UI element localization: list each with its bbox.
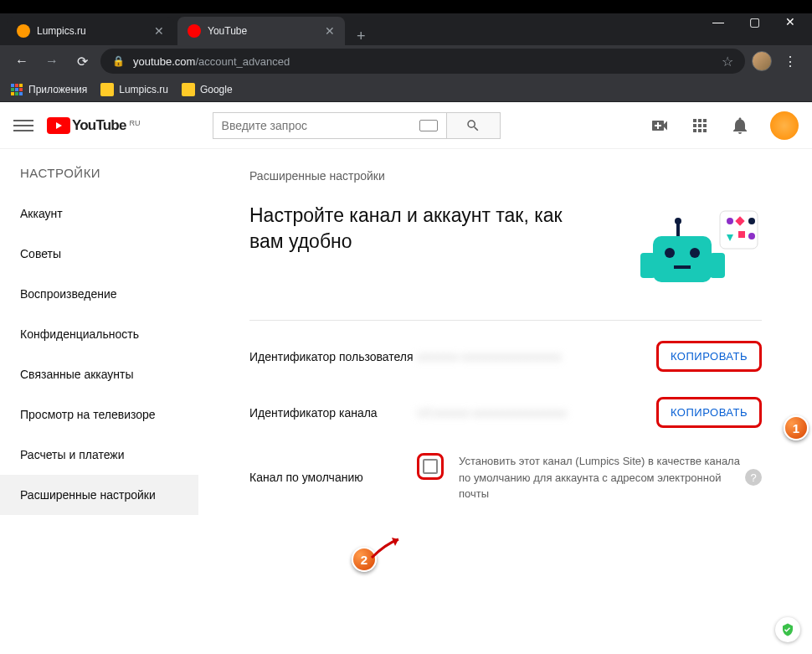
window-controls: — ▢ ✕ [712,15,795,28]
svg-point-21 [748,233,755,239]
sidebar-item-billing[interactable]: Расчеты и платежи [0,435,198,475]
play-icon [47,117,70,134]
default-channel-label: Канал по умолчанию [249,471,417,484]
region-label: RU [130,119,141,127]
svg-rect-0 [11,84,14,87]
tab-title: YouTube [208,25,247,37]
svg-rect-15 [720,211,758,249]
sidebar-item-advanced[interactable]: Расширенные настройки [0,475,198,515]
svg-rect-2 [19,84,23,87]
menu-button[interactable] [13,116,33,136]
favicon-icon [188,24,201,38]
svg-rect-13 [676,224,680,236]
svg-point-14 [675,218,681,224]
section-label: Расширенные настройки [249,169,762,183]
svg-rect-1 [15,84,18,87]
folder-icon [182,83,195,96]
browser-menu-button[interactable]: ⋮ [779,54,802,70]
sidebar-item-playback[interactable]: Воспроизведение [0,274,198,314]
search-icon [465,118,481,133]
new-tab-button[interactable]: + [348,28,374,45]
sidebar-item-tv[interactable]: Просмотр на телевизоре [0,394,198,435]
settings-sidebar: НАСТРОЙКИ Аккаунт Советы Воспроизведение… [0,149,199,654]
svg-rect-4 [15,88,18,91]
page-heading: Настройте канал и аккаунт так, как вам у… [249,203,601,255]
apps-icon [10,83,23,96]
tab-lumpics[interactable]: Lumpics.ru ✕ [7,17,174,45]
youtube-logo[interactable]: YouTube RU [47,117,141,134]
svg-rect-5 [19,88,23,91]
default-channel-row: Канал по умолчанию Установить этот канал… [249,453,762,502]
page-content: YouTube RU НАСТРОЙКИ Аккаунт Советы Восп… [0,102,812,654]
youtube-header: YouTube RU [0,102,812,149]
sidebar-item-account[interactable]: Аккаунт [0,193,198,234]
svg-rect-9 [653,236,712,282]
channel-id-row: Идентификатор канала UCxxxxxx-xxxxxxxxxx… [249,397,762,428]
main-panel: Расширенные настройки Настройте канал и … [199,149,812,654]
bookmark-folder[interactable]: Lumpics.ru [100,83,168,96]
svg-rect-8 [19,92,23,95]
user-id-label: Идентификатор пользователя [249,350,417,363]
user-id-row: Идентификатор пользователя xxxxxxx-xxxxx… [249,341,762,372]
bookmarks-bar: Приложения Lumpics.ru Google [0,77,812,102]
sidebar-header: НАСТРОЙКИ [0,159,198,193]
svg-rect-6 [11,92,14,95]
channel-id-label: Идентификатор канала [249,406,417,420]
search-input[interactable] [213,112,447,139]
apps-grid-icon[interactable] [690,116,710,136]
bookmark-star-icon[interactable]: ☆ [722,54,733,70]
bell-icon[interactable] [730,116,750,136]
sidebar-item-linked[interactable]: Связанные аккаунты [0,354,198,394]
account-avatar[interactable] [770,111,799,140]
sidebar-item-privacy[interactable]: Конфиденциальность [0,314,198,354]
back-button[interactable]: ← [10,54,33,69]
close-icon[interactable]: ✕ [154,24,164,38]
lock-icon: 🔒 [112,55,125,67]
svg-rect-23 [710,253,725,278]
arrow-icon [370,536,403,561]
search-field[interactable] [222,119,419,132]
browser-tabbar: Lumpics.ru ✕ YouTube ✕ + [0,13,812,45]
search-button[interactable] [447,112,501,139]
reload-button[interactable]: ⟳ [70,54,94,70]
url-text: youtube.com/account_advanced [133,55,290,68]
folder-icon [100,83,114,96]
url-input[interactable]: 🔒 youtube.com/account_advanced ☆ [100,49,745,74]
header-actions [650,111,799,140]
default-channel-text: Установить этот канал (Lumpics Site) в к… [459,453,743,502]
divider [249,320,762,321]
forward-button[interactable]: → [40,54,64,69]
close-button[interactable]: ✕ [785,15,795,28]
address-bar: ← → ⟳ 🔒 youtube.com/account_advanced ☆ ⋮ [0,45,812,77]
profile-avatar-icon[interactable] [752,51,772,71]
callout-1: 1 [784,415,809,440]
svg-rect-3 [11,88,14,91]
keyboard-icon[interactable] [419,120,438,131]
bookmark-folder[interactable]: Google [182,83,233,96]
svg-rect-20 [738,231,745,238]
checkbox-highlight [417,453,444,480]
minimize-button[interactable]: — [712,15,724,28]
svg-point-11 [690,248,700,258]
svg-rect-22 [640,253,655,278]
help-icon[interactable]: ? [745,469,762,486]
close-icon[interactable]: ✕ [325,24,335,38]
svg-point-16 [727,218,733,224]
maximize-button[interactable]: ▢ [749,15,760,28]
svg-point-18 [748,218,755,224]
default-channel-checkbox[interactable] [423,459,438,474]
svg-rect-12 [674,265,691,269]
hero-illustration-icon [636,203,762,295]
logo-text: YouTube [72,117,126,134]
search-wrap [213,112,501,139]
sidebar-item-tips[interactable]: Советы [0,234,198,274]
svg-point-10 [665,248,675,258]
copy-channel-id-button[interactable]: КОПИРОВАТЬ [656,397,762,428]
tab-title: Lumpics.ru [37,25,86,37]
copy-user-id-button[interactable]: КОПИРОВАТЬ [656,341,762,372]
apps-button[interactable]: Приложения [10,83,87,96]
shield-badge-icon[interactable] [775,617,800,642]
video-create-icon[interactable] [650,116,670,136]
svg-rect-7 [15,92,18,95]
tab-youtube[interactable]: YouTube ✕ [177,17,345,45]
